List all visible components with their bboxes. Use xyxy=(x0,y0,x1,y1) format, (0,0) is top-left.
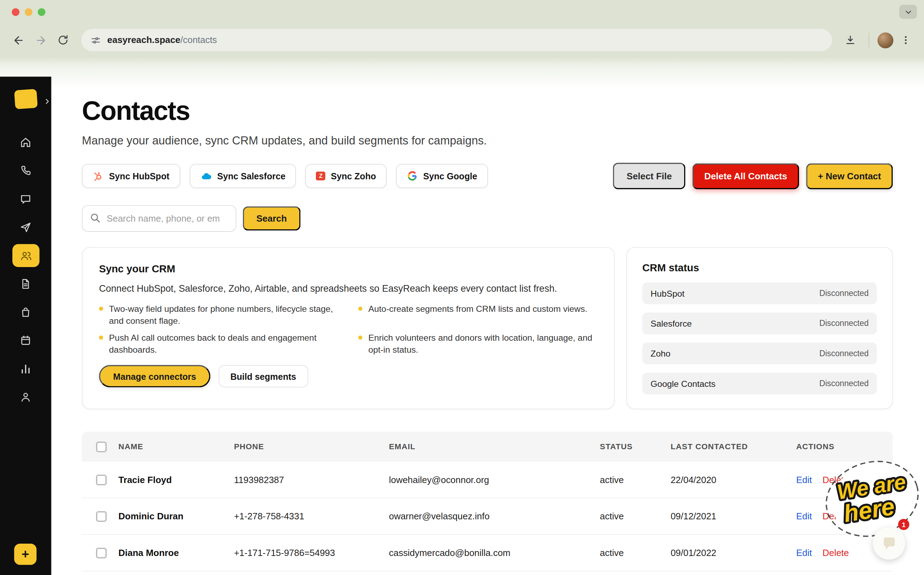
search-button[interactable]: Search xyxy=(242,206,300,231)
cell-email: cassidymercado@bonilla.com xyxy=(389,548,600,558)
sidebar-item-orders[interactable] xyxy=(12,300,39,323)
sidebar-item-messages[interactable] xyxy=(12,187,39,210)
url-host: easyreach.space xyxy=(108,35,181,45)
app-logo[interactable] xyxy=(14,89,37,109)
page-subtitle: Manage your audience, sync CRM updates, … xyxy=(82,134,893,147)
cell-phone: 1193982387 xyxy=(234,474,389,485)
header-last-contacted: LAST CONTACTED xyxy=(670,442,796,451)
manage-connectors-button[interactable]: Manage connectors xyxy=(99,365,210,388)
page-title: Contacts xyxy=(82,95,893,126)
delete-link[interactable]: Delete xyxy=(823,511,849,521)
delete-all-contacts-button[interactable]: Delete All Contacts xyxy=(692,163,799,189)
sidebar-item-contacts[interactable] xyxy=(12,244,39,267)
cell-status: active xyxy=(600,474,671,485)
search-box xyxy=(82,205,236,232)
sidebar-item-campaigns[interactable] xyxy=(12,216,39,239)
search-row: Search xyxy=(82,205,893,232)
chat-launcher-circle[interactable] xyxy=(873,527,905,559)
reload-button[interactable] xyxy=(53,30,73,50)
table-row: Diana Monroe +1-171-715-9786=54993 cassi… xyxy=(82,535,893,572)
url-path: /contacts xyxy=(180,35,217,45)
url-bar[interactable]: easyreach.space/contacts xyxy=(81,29,832,51)
sidebar-item-profile[interactable] xyxy=(12,386,39,408)
row-checkbox[interactable] xyxy=(96,474,107,485)
sidebar-item-documents[interactable] xyxy=(12,272,39,295)
contacts-table: NAME PHONE EMAIL STATUS LAST CONTACTED A… xyxy=(82,432,893,572)
header-status: STATUS xyxy=(600,442,671,451)
header-phone: PHONE xyxy=(234,442,389,451)
cell-name: Diana Monroe xyxy=(118,548,234,558)
sync-zoho-label: Sync Zoho xyxy=(331,171,376,181)
sync-zoho-button[interactable]: Z Sync Zoho xyxy=(306,164,387,188)
edit-link[interactable]: Edit xyxy=(796,474,812,485)
select-file-button[interactable]: Select File xyxy=(613,163,685,189)
chrome-chevron-button[interactable] xyxy=(899,5,917,19)
crm-name: Salesforce xyxy=(651,319,692,328)
download-button[interactable] xyxy=(840,30,860,50)
arrow-right-icon xyxy=(35,34,47,46)
kebab-menu-icon xyxy=(900,35,911,46)
document-icon xyxy=(19,278,32,290)
build-segments-button[interactable]: Build segments xyxy=(219,365,308,388)
new-contact-button[interactable]: + New Contact xyxy=(806,163,893,189)
chat-bubble-icon xyxy=(881,535,897,552)
calendar-icon xyxy=(19,334,32,347)
bar-chart-icon xyxy=(19,362,32,375)
chevron-right-icon xyxy=(44,98,51,105)
chevron-down-icon xyxy=(904,8,912,16)
row-checkbox[interactable] xyxy=(96,548,107,558)
hubspot-icon xyxy=(93,170,104,182)
sync-crm-bullets: Two-way field updates for phone numbers,… xyxy=(99,304,598,356)
crm-connection-status: Disconnected xyxy=(819,319,869,328)
crm-name: HubSpot xyxy=(651,289,685,298)
sidebar: + xyxy=(0,77,51,575)
sidebar-item-home[interactable] xyxy=(12,131,39,154)
sidebar-expand-chevron[interactable] xyxy=(44,97,51,107)
crm-name: Zoho xyxy=(651,349,670,358)
crm-connection-status: Disconnected xyxy=(819,289,869,298)
crm-connection-status: Disconnected xyxy=(819,349,869,358)
forward-button[interactable] xyxy=(31,30,51,50)
page: + Contacts Manage your audience, sync CR… xyxy=(0,57,924,575)
select-all-checkbox[interactable] xyxy=(96,442,107,452)
crm-connection-status: Disconnected xyxy=(819,379,869,388)
salesforce-icon xyxy=(200,170,212,182)
sidebar-item-calendar[interactable] xyxy=(12,329,39,352)
delete-link[interactable]: Delete xyxy=(823,474,849,485)
arrow-left-icon xyxy=(12,34,24,46)
edit-link[interactable]: Edit xyxy=(796,548,812,558)
sync-google-button[interactable]: Sync Google xyxy=(396,164,488,188)
minimize-window-button[interactable] xyxy=(25,8,32,16)
cell-status: active xyxy=(600,511,671,521)
zoom-window-button[interactable] xyxy=(38,8,46,16)
cell-phone: +1-278-758-4331 xyxy=(234,511,389,521)
bullet-item: Two-way field updates for phone numbers,… xyxy=(99,304,338,327)
back-button[interactable] xyxy=(8,30,28,50)
delete-link[interactable]: Delete xyxy=(823,548,849,558)
browser-menu-button[interactable] xyxy=(896,30,916,50)
sync-hubspot-button[interactable]: Sync HubSpot xyxy=(82,164,180,188)
header-name: NAME xyxy=(118,442,234,451)
header-email: EMAIL xyxy=(389,442,600,451)
sidebar-item-analytics[interactable] xyxy=(12,357,39,380)
sync-salesforce-label: Sync Salesforce xyxy=(217,171,285,181)
search-input[interactable] xyxy=(82,205,236,232)
crm-status-row: Zoho Disconnected xyxy=(642,343,877,364)
table-row: Tracie Floyd 1193982387 lowehailey@oconn… xyxy=(82,462,893,498)
chat-launcher[interactable]: 1 xyxy=(873,527,905,559)
cell-status: active xyxy=(600,548,671,558)
profile-avatar[interactable] xyxy=(878,32,893,48)
bullet-item: Enrich volunteers and donors with locati… xyxy=(358,333,597,356)
close-window-button[interactable] xyxy=(12,8,19,16)
sync-salesforce-button[interactable]: Sync Salesforce xyxy=(189,164,296,188)
bullet-item: Push AI call outcomes back to deals and … xyxy=(99,333,338,356)
person-icon xyxy=(19,391,32,403)
cell-email: lowehailey@oconnor.org xyxy=(389,474,600,485)
sidebar-add-button[interactable]: + xyxy=(14,544,36,565)
download-icon xyxy=(845,34,856,46)
sidebar-item-calls[interactable] xyxy=(12,159,39,182)
row-checkbox[interactable] xyxy=(96,511,107,521)
cell-name: Dominic Duran xyxy=(118,511,234,521)
edit-link[interactable]: Edit xyxy=(796,511,812,521)
sync-crm-card: Sync your CRM Connect HubSpot, Salesforc… xyxy=(82,247,615,409)
